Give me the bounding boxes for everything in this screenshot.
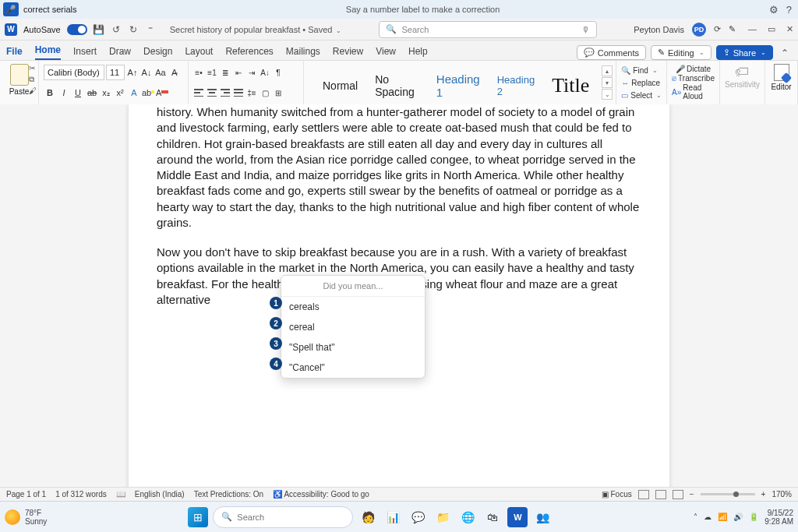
autosave-toggle[interactable] bbox=[67, 24, 87, 35]
taskbar-weather[interactable]: 78°F Sunny bbox=[5, 509, 47, 526]
accessibility-status[interactable]: ♿ Accessibility: Good to go bbox=[273, 490, 369, 499]
shading-icon[interactable]: ▢ bbox=[260, 86, 270, 99]
tab-help[interactable]: Help bbox=[408, 43, 428, 60]
tab-review[interactable]: Review bbox=[333, 43, 363, 60]
align-left-icon[interactable] bbox=[193, 86, 204, 99]
font-color-icon[interactable]: A bbox=[156, 86, 168, 100]
share-button[interactable]: ⇪ Share⌄ bbox=[716, 45, 773, 60]
taskbar-word-icon[interactable]: W bbox=[507, 507, 528, 527]
styles-expand-icon[interactable]: ⌄ bbox=[602, 89, 613, 100]
user-name[interactable]: Peyton Davis bbox=[634, 25, 684, 34]
settings-icon[interactable]: ⚙ bbox=[769, 4, 779, 16]
justify-icon[interactable] bbox=[233, 86, 244, 99]
style-heading-2[interactable]: Heading 2 bbox=[497, 74, 535, 97]
show-marks-icon[interactable]: ¶ bbox=[273, 66, 284, 79]
select-button[interactable]: ▭Select⌄ bbox=[621, 89, 662, 101]
sync-icon[interactable]: ⟳ bbox=[714, 24, 721, 34]
editor-button[interactable]: Editor bbox=[771, 83, 791, 91]
document-title[interactable]: Secret history of popular breakfast • Sa… bbox=[170, 25, 342, 34]
tray-cloud-icon[interactable]: ☁ bbox=[704, 513, 711, 521]
tray-volume-icon[interactable]: 🔊 bbox=[733, 513, 743, 521]
style-normal[interactable]: Normal bbox=[323, 79, 358, 92]
draw-mode-icon[interactable]: ✎ bbox=[729, 24, 736, 34]
styles-scroll[interactable]: ▴ ▾ ⌄ bbox=[602, 65, 613, 100]
search-box[interactable]: 🔍 Search 🎙 bbox=[379, 21, 597, 38]
qat-dropdown-icon[interactable]: ⁼ bbox=[145, 24, 156, 35]
tab-draw[interactable]: Draw bbox=[109, 43, 131, 60]
superscript-button[interactable]: x² bbox=[114, 86, 126, 100]
taskbar-store-icon[interactable]: 🛍 bbox=[482, 507, 503, 527]
page-count[interactable]: Page 1 of 1 bbox=[6, 490, 46, 499]
change-case-icon[interactable]: Aa bbox=[154, 65, 167, 79]
find-button[interactable]: 🔍Find⌄ bbox=[621, 64, 662, 76]
editor-icon[interactable] bbox=[774, 64, 789, 81]
format-painter-icon[interactable]: 🖌 bbox=[29, 86, 37, 95]
decrease-font-icon[interactable]: A↓ bbox=[140, 65, 153, 79]
user-avatar[interactable]: PD bbox=[692, 23, 706, 37]
spellcheck-icon[interactable]: 📖 bbox=[116, 490, 125, 499]
tab-mailings[interactable]: Mailings bbox=[286, 43, 320, 60]
bullets-icon[interactable]: ≡• bbox=[193, 66, 204, 79]
taskbar-app-3[interactable]: 💬 bbox=[408, 507, 428, 527]
tab-home[interactable]: Home bbox=[35, 41, 61, 60]
underline-button[interactable]: U bbox=[72, 86, 84, 100]
read-mode-icon[interactable] bbox=[638, 490, 649, 499]
correction-option-3[interactable]: "Spell that" bbox=[281, 337, 425, 358]
taskbar-app-4[interactable]: 📁 bbox=[433, 507, 453, 527]
tray-wifi-icon[interactable]: 📶 bbox=[718, 513, 727, 521]
zoom-in-icon[interactable]: + bbox=[761, 490, 766, 499]
bold-button[interactable]: B bbox=[44, 86, 56, 100]
maximize-button[interactable]: ▭ bbox=[768, 24, 775, 34]
tray-battery-icon[interactable]: 🔋 bbox=[749, 513, 758, 521]
highlight-color-icon[interactable]: ab bbox=[142, 86, 154, 100]
styles-scroll-up-icon[interactable]: ▴ bbox=[602, 65, 613, 76]
text-effects-icon[interactable]: A bbox=[128, 86, 140, 100]
replace-button[interactable]: ↔Replace bbox=[621, 76, 662, 89]
line-spacing-icon[interactable]: ‡≡ bbox=[246, 86, 257, 99]
subscript-button[interactable]: x₂ bbox=[100, 86, 112, 100]
tab-file[interactable]: File bbox=[6, 43, 23, 60]
redo-icon[interactable]: ↻ bbox=[128, 24, 139, 35]
start-button[interactable]: ⊞ bbox=[188, 507, 208, 527]
cut-icon[interactable]: ✂ bbox=[29, 64, 37, 72]
sort-icon[interactable]: A↓ bbox=[260, 66, 270, 79]
editing-mode-button[interactable]: ✎ Editing⌄ bbox=[651, 45, 711, 60]
correction-option-4[interactable]: "Cancel" bbox=[281, 358, 425, 378]
strikethrough-button[interactable]: ab bbox=[86, 86, 98, 100]
web-layout-icon[interactable] bbox=[673, 490, 683, 499]
style-title[interactable]: Title bbox=[552, 74, 589, 97]
font-size-select[interactable]: 11 bbox=[106, 65, 125, 80]
style-no-spacing[interactable]: No Spacing bbox=[375, 73, 419, 98]
save-icon[interactable]: 💾 bbox=[94, 24, 104, 35]
tab-view[interactable]: View bbox=[376, 43, 396, 60]
style-heading-1[interactable]: Heading 1 bbox=[436, 72, 480, 99]
dictate-button[interactable]: 🎤Dictate bbox=[676, 65, 711, 73]
taskbar-search[interactable]: 🔍 Search bbox=[213, 506, 353, 528]
correction-option-2[interactable]: cereal bbox=[281, 317, 425, 337]
font-family-select[interactable]: Calibri (Body) bbox=[44, 65, 104, 80]
copy-icon[interactable]: ⧉ bbox=[29, 75, 37, 84]
increase-font-icon[interactable]: A↑ bbox=[126, 65, 139, 79]
taskbar-app-2[interactable]: 📊 bbox=[383, 507, 403, 527]
tab-design[interactable]: Design bbox=[143, 43, 172, 60]
search-mic-icon[interactable]: 🎙 bbox=[581, 25, 590, 34]
paste-button[interactable]: Paste bbox=[9, 87, 30, 96]
microphone-icon[interactable]: 🎤 bbox=[3, 2, 19, 16]
taskbar-edge-icon[interactable]: 🌐 bbox=[457, 507, 478, 527]
print-layout-icon[interactable] bbox=[655, 490, 666, 499]
language-status[interactable]: English (India) bbox=[135, 490, 185, 499]
word-count[interactable]: 1 of 312 words bbox=[55, 490, 107, 499]
align-center-icon[interactable] bbox=[207, 86, 217, 99]
numbering-icon[interactable]: ≡1 bbox=[207, 66, 217, 79]
read-aloud-button[interactable]: A»Read Aloud bbox=[672, 83, 715, 100]
tab-layout[interactable]: Layout bbox=[185, 43, 213, 60]
multilevel-list-icon[interactable]: ≣ bbox=[220, 66, 231, 79]
help-icon[interactable]: ? bbox=[786, 4, 792, 16]
paragraph-1[interactable]: history. When humanity switched from a h… bbox=[157, 104, 641, 231]
zoom-out-icon[interactable]: − bbox=[690, 490, 694, 499]
align-right-icon[interactable] bbox=[220, 86, 231, 99]
collapse-ribbon-icon[interactable]: ⌃ bbox=[778, 48, 792, 58]
borders-icon[interactable]: ⊞ bbox=[273, 86, 284, 99]
styles-scroll-down-icon[interactable]: ▾ bbox=[602, 77, 613, 88]
tab-references[interactable]: References bbox=[225, 43, 273, 60]
